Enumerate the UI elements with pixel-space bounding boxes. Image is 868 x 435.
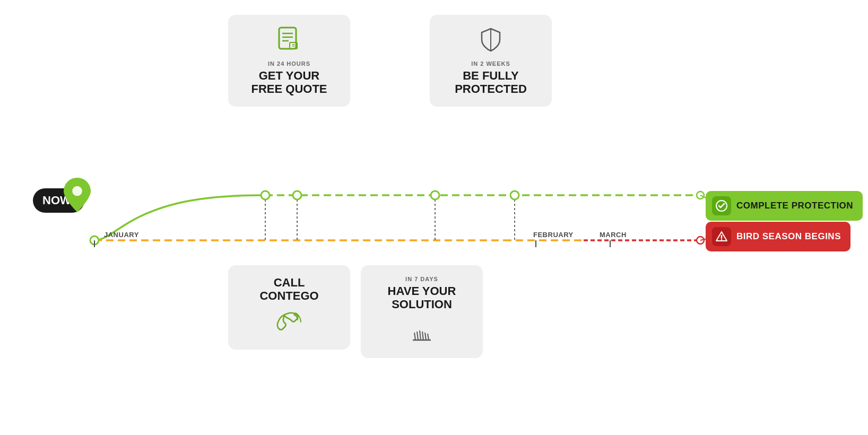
card-protected-subtitle: IN 2 WEEKS bbox=[441, 60, 540, 67]
main-container: NOW! JANUARY FEBRUARY MARCH IN 24 HOURS … bbox=[0, 0, 868, 435]
badge-complete-protection: COMPLETE PROTECTION bbox=[706, 191, 863, 221]
month-february: FEBRUARY bbox=[533, 231, 574, 239]
quote-icon bbox=[240, 25, 338, 54]
svg-point-12 bbox=[697, 192, 704, 199]
svg-point-9 bbox=[293, 191, 301, 199]
card-quote-subtitle: IN 24 HOURS bbox=[240, 60, 338, 67]
card-call-title: CALLCONTEGO bbox=[240, 276, 338, 303]
badge-bird-season: BIRD SEASON BEGINS bbox=[706, 222, 850, 251]
card-call: CALLCONTEGO bbox=[228, 265, 350, 350]
shield-icon bbox=[441, 25, 540, 54]
card-quote-title: GET YOURFREE QUOTE bbox=[240, 69, 338, 96]
card-solution-subtitle: IN 7 DAYS bbox=[372, 276, 471, 282]
svg-point-11 bbox=[510, 191, 519, 199]
svg-point-20 bbox=[72, 186, 82, 196]
svg-point-10 bbox=[431, 191, 439, 199]
badge-bird-season-label: BIRD SEASON BEGINS bbox=[736, 231, 841, 242]
card-quote: IN 24 HOURS GET YOURFREE QUOTE bbox=[228, 15, 350, 107]
svg-line-32 bbox=[420, 330, 421, 340]
card-protected: IN 2 WEEKS BE FULLYPROTECTED bbox=[430, 15, 552, 107]
svg-rect-21 bbox=[279, 28, 296, 49]
svg-point-8 bbox=[261, 191, 270, 199]
svg-point-14 bbox=[697, 237, 704, 244]
spikes-icon bbox=[372, 319, 471, 347]
month-march: MARCH bbox=[600, 231, 627, 239]
card-solution-title: HAVE YOURSOLUTION bbox=[372, 284, 471, 311]
badge-complete-label: COMPLETE PROTECTION bbox=[736, 201, 853, 211]
card-protected-title: BE FULLYPROTECTED bbox=[441, 69, 540, 96]
svg-point-38 bbox=[721, 239, 722, 240]
svg-line-35 bbox=[428, 334, 429, 340]
svg-line-34 bbox=[425, 333, 426, 340]
svg-point-13 bbox=[90, 236, 99, 245]
card-solution: IN 7 DAYS HAVE YOURSOLUTION bbox=[361, 265, 483, 358]
phone-icon bbox=[240, 310, 338, 339]
checkmark-icon bbox=[712, 196, 731, 215]
svg-line-31 bbox=[417, 332, 418, 340]
svg-line-33 bbox=[422, 332, 423, 340]
warning-icon bbox=[712, 227, 731, 246]
svg-line-30 bbox=[414, 333, 415, 340]
location-pin-icon bbox=[63, 178, 92, 212]
month-january: JANUARY bbox=[104, 231, 139, 239]
